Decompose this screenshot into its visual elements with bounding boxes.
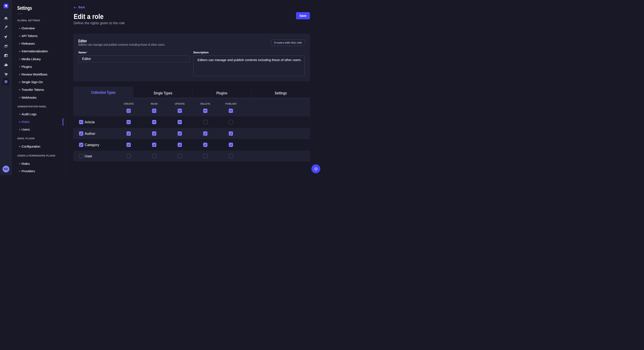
svg-text:?: ? bbox=[315, 168, 316, 170]
